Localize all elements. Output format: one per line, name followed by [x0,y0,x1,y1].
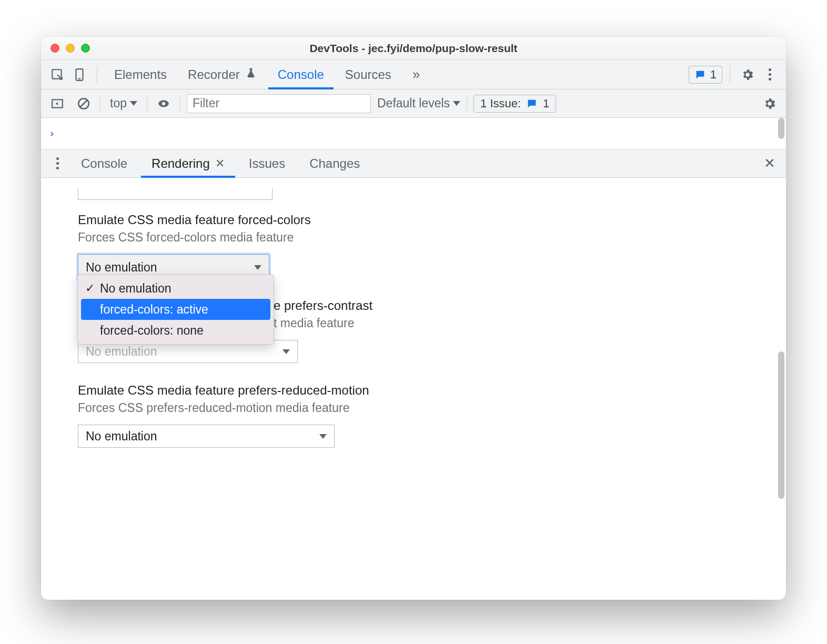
prompt-chevron-icon: › [48,127,55,140]
log-levels-selector[interactable]: Default levels [377,96,460,110]
drawer-tab-issues[interactable]: Issues [238,149,296,178]
section-forced-colors: Emulate CSS media feature forced-colors … [78,213,749,280]
rendering-panel: Emulate CSS media feature forced-colors … [41,178,786,600]
caret-down-icon [254,265,261,270]
caret-down-icon [283,349,290,354]
svg-line-5 [80,100,87,107]
maximize-window-button[interactable] [81,44,90,53]
chat-icon [526,98,538,109]
tab-elements[interactable]: Elements [105,60,176,89]
forced-colors-options-popup: ✓ No emulation forced-colors: active for… [77,274,274,345]
issues-badge-button[interactable]: 1 [689,66,722,84]
window-controls [51,44,90,53]
tab-recorder-label: Recorder [188,67,240,82]
scrollbar-thumb[interactable] [778,351,784,499]
drawer-tab-rendering[interactable]: Rendering ✕ [141,149,235,178]
section-subheading: Forces CSS forced-colors media feature [78,230,749,245]
console-settings-icon[interactable] [760,94,780,114]
main-tabbar: Elements Recorder Console Sources » 1 [41,60,786,89]
truncated-dropdown [78,188,273,200]
close-tab-icon[interactable]: ✕ [215,157,225,170]
console-sidebar-toggle-icon[interactable] [47,94,67,114]
caret-down-icon [453,101,460,106]
log-levels-value: Default levels [377,96,450,110]
more-options-icon[interactable] [760,65,780,85]
option-label: forced-colors: none [100,324,204,338]
caret-down-icon [130,101,137,106]
tab-console[interactable]: Console [268,60,334,89]
tab-recorder[interactable]: Recorder [178,60,266,89]
titlebar: DevTools - jec.fyi/demo/pup-slow-result [41,37,786,60]
tab-elements-label: Elements [114,67,167,82]
devtools-window: DevTools - jec.fyi/demo/pup-slow-result … [41,37,786,600]
scrollbar-thumb[interactable] [778,118,784,139]
svg-point-7 [162,102,166,105]
drawer-tabbar: Console Rendering ✕ Issues Changes ✕ [41,149,786,178]
section-heading: Emulate CSS media feature prefers-reduce… [78,383,749,398]
drawer-tab-issues-label: Issues [249,156,285,171]
issues-chip-count: 1 [543,97,549,110]
context-selector-value: top [110,96,127,110]
flask-icon [244,67,257,82]
option-forced-colors-none[interactable]: forced-colors: none [81,320,270,341]
drawer-tab-changes[interactable]: Changes [299,149,370,178]
option-label: No emulation [100,281,172,296]
tab-sources[interactable]: Sources [336,60,401,89]
tab-sources-label: Sources [345,67,391,82]
separator [97,66,97,84]
section-prefers-reduced-motion: Emulate CSS media feature prefers-reduce… [78,383,749,448]
drawer-tab-changes-label: Changes [309,156,360,171]
forced-colors-select-value: No emulation [86,260,157,275]
settings-icon[interactable] [738,65,758,85]
issues-chip[interactable]: 1 Issue: 1 [473,95,556,113]
clear-console-icon[interactable] [74,94,94,114]
section-subheading: Forces CSS prefers-reduced-motion media … [78,401,749,415]
option-forced-colors-active[interactable]: forced-colors: active [81,299,270,320]
prefers-reduced-motion-select[interactable]: No emulation [78,425,335,448]
live-expression-icon[interactable] [154,94,174,114]
console-prompt[interactable]: › [41,118,786,149]
drawer-tab-rendering-label: Rendering [152,156,210,171]
drawer-tab-console[interactable]: Console [70,149,138,178]
filter-input[interactable] [187,94,371,113]
close-drawer-icon[interactable]: ✕ [760,154,780,174]
close-window-button[interactable] [51,44,59,53]
issues-badge-count: 1 [710,68,717,82]
tab-console-label: Console [278,67,324,82]
separator [730,66,730,84]
more-tabs-glyph: » [412,66,420,83]
section-heading: Emulate CSS media feature forced-colors [78,213,749,227]
inspect-element-icon[interactable] [47,65,67,85]
context-selector[interactable]: top [107,96,140,110]
drawer-more-icon[interactable] [47,154,67,174]
option-no-emulation[interactable]: ✓ No emulation [81,278,270,299]
prefers-contrast-select-value: No emulation [86,345,157,359]
issues-chip-label: 1 Issue: [480,97,521,110]
device-toolbar-icon[interactable] [69,65,89,85]
option-label: forced-colors: active [100,303,208,317]
window-title: DevTools - jec.fyi/demo/pup-slow-result [41,42,786,55]
drawer-tab-console-label: Console [81,156,127,171]
minimize-window-button[interactable] [66,44,75,53]
console-toolbar: top Default levels 1 Issue: 1 [41,89,786,118]
chat-icon [694,69,706,80]
prefers-reduced-motion-select-value: No emulation [86,429,157,444]
more-tabs-button[interactable]: » [403,60,429,89]
caret-down-icon [319,434,327,439]
checkmark-icon: ✓ [85,281,95,295]
